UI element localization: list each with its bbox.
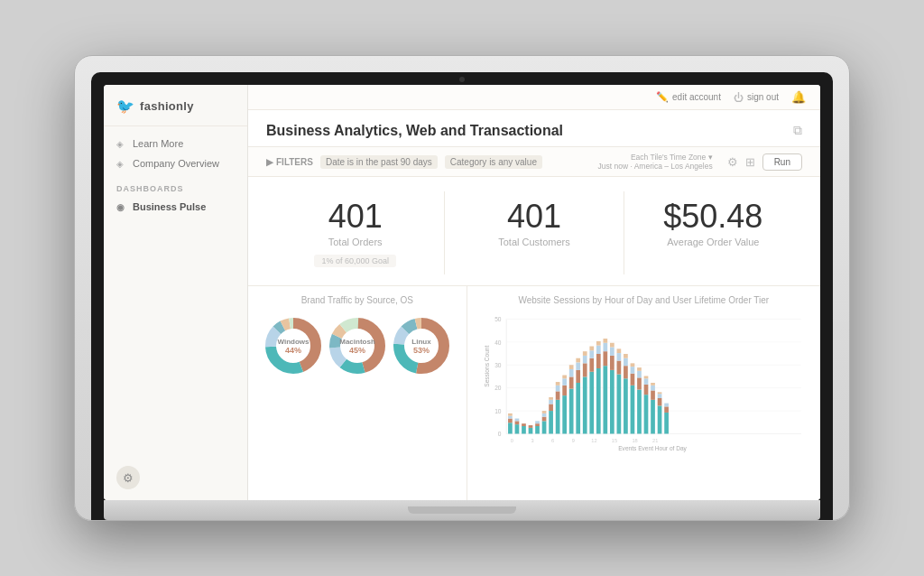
svg-text:44%: 44% <box>285 346 301 355</box>
sidebar-footer: ⚙ <box>104 455 247 500</box>
svg-rect-61 <box>549 397 553 400</box>
sidebar-item-company-overview[interactable]: ◈ Company Overview <box>104 153 247 173</box>
svg-rect-124 <box>657 394 661 398</box>
svg-rect-88 <box>596 345 601 353</box>
svg-rect-116 <box>643 378 648 385</box>
svg-rect-76 <box>576 362 580 369</box>
svg-rect-91 <box>603 351 607 366</box>
sessions-chart-title: Website Sessions by Hour of Day and User… <box>480 295 808 305</box>
svg-rect-51 <box>535 426 540 433</box>
copy-icon[interactable]: ⧉ <box>793 123 802 138</box>
svg-text:0: 0 <box>511 437 513 442</box>
svg-rect-96 <box>610 347 614 355</box>
dashboards-section-label: DASHBOARDS <box>104 173 247 197</box>
filter-tag-category[interactable]: Category is any value <box>445 155 542 169</box>
tile-settings-icon[interactable]: ⚙ <box>727 155 738 169</box>
laptop-frame: 🐦 fashionly ◈ Learn More ◈ Company Overv… <box>74 55 850 521</box>
svg-rect-64 <box>555 385 559 391</box>
donut-row: Windows 44% <box>261 311 454 377</box>
filter-tag-date[interactable]: Date is in the past 90 days <box>320 155 438 169</box>
svg-text:20: 20 <box>494 385 502 391</box>
svg-rect-74 <box>576 383 580 433</box>
windows-donut-svg: Windows 44% <box>262 314 325 377</box>
svg-text:50: 50 <box>494 316 502 322</box>
svg-text:15: 15 <box>612 437 617 442</box>
kpi-orders-sub: 1% of 60,000 Goal <box>314 255 396 267</box>
screen-bezel: 🐦 fashionly ◈ Learn More ◈ Company Overv… <box>91 72 833 520</box>
svg-text:18: 18 <box>632 437 637 442</box>
brand-traffic-title: Brand Traffic by Source, OS <box>261 295 454 305</box>
svg-rect-69 <box>562 375 567 378</box>
svg-rect-97 <box>610 342 614 347</box>
svg-rect-118 <box>651 399 655 433</box>
svg-rect-40 <box>508 423 513 433</box>
svg-rect-123 <box>657 398 661 405</box>
company-overview-label: Company Overview <box>133 158 219 169</box>
run-button[interactable]: Run <box>762 153 802 171</box>
kpi-customers-label: Total Customers <box>459 237 608 247</box>
svg-rect-92 <box>603 342 607 350</box>
kpi-aov-value: $50.48 <box>639 199 788 235</box>
svg-text:30: 30 <box>494 362 502 368</box>
sidebar-item-learn-more[interactable]: ◈ Learn More <box>104 134 247 153</box>
filters-left: ▶ FILTERS Date is in the past 90 days Ca… <box>266 155 542 169</box>
business-pulse-label: Business Pulse <box>133 201 206 212</box>
donut-macintosh: Macintosh 45% <box>326 314 389 377</box>
svg-rect-47 <box>522 426 526 433</box>
svg-rect-87 <box>596 354 601 368</box>
svg-text:9: 9 <box>571 437 574 442</box>
edit-icon: ✏️ <box>656 91 669 103</box>
sign-out-action[interactable]: ⏻ sign out <box>734 92 779 103</box>
kpi-card-orders: 401 Total Orders 1% of 60,000 Goal <box>266 191 445 274</box>
svg-text:Windows: Windows <box>277 338 310 346</box>
svg-rect-121 <box>651 383 655 386</box>
sidebar-item-business-pulse[interactable]: ◉ Business Pulse <box>104 197 247 217</box>
svg-rect-80 <box>583 355 587 362</box>
settings-gear-button[interactable]: ⚙ <box>116 466 140 489</box>
svg-rect-126 <box>664 413 669 434</box>
notification-action[interactable]: 🔔 <box>791 90 806 104</box>
svg-rect-102 <box>624 378 628 433</box>
svg-rect-119 <box>651 390 655 399</box>
dashboard-header: Business Analytics, Web and Transactiona… <box>248 110 820 147</box>
svg-rect-95 <box>610 355 614 369</box>
svg-rect-72 <box>569 369 574 376</box>
sessions-chart-section: Website Sessions by Hour of Day and User… <box>467 286 820 500</box>
filters-label: ▶ FILTERS <box>266 157 313 167</box>
svg-rect-79 <box>583 363 587 376</box>
screen: 🐦 fashionly ◈ Learn More ◈ Company Overv… <box>104 85 820 500</box>
svg-rect-60 <box>549 399 553 404</box>
edit-account-label: edit account <box>672 92 721 102</box>
svg-rect-54 <box>541 421 546 433</box>
logo: 🐦 fashionly <box>104 85 247 126</box>
svg-rect-55 <box>541 416 546 421</box>
svg-text:Events  Event Hour of Day: Events Event Hour of Day <box>618 445 687 452</box>
svg-rect-73 <box>569 365 574 369</box>
svg-rect-71 <box>569 376 574 388</box>
svg-rect-52 <box>535 423 540 426</box>
svg-rect-46 <box>514 418 519 421</box>
svg-rect-125 <box>657 392 661 394</box>
macintosh-donut-svg: Macintosh 45% <box>326 314 389 377</box>
svg-text:53%: 53% <box>413 346 430 355</box>
gear-icon: ⚙ <box>123 471 134 485</box>
donut-linux: Linux 53% <box>390 314 453 377</box>
svg-rect-120 <box>651 385 655 390</box>
svg-rect-48 <box>522 423 526 426</box>
edit-account-action[interactable]: ✏️ edit account <box>656 91 721 103</box>
grid-view-icon[interactable]: ⊞ <box>745 155 755 169</box>
svg-rect-112 <box>637 370 642 377</box>
svg-rect-104 <box>624 358 628 365</box>
svg-text:0: 0 <box>498 431 502 437</box>
svg-rect-99 <box>616 360 621 374</box>
kpi-aov-label: Average Order Value <box>639 237 788 247</box>
svg-rect-45 <box>514 421 519 424</box>
svg-text:Macintosh: Macintosh <box>339 338 375 346</box>
svg-rect-78 <box>583 376 587 433</box>
donut-windows: Windows 44% <box>262 314 325 377</box>
svg-rect-117 <box>643 376 648 378</box>
svg-rect-84 <box>589 350 594 358</box>
svg-rect-110 <box>637 389 642 433</box>
filters-bar: ▶ FILTERS Date is in the past 90 days Ca… <box>248 147 820 177</box>
bird-icon: 🐦 <box>116 98 134 115</box>
